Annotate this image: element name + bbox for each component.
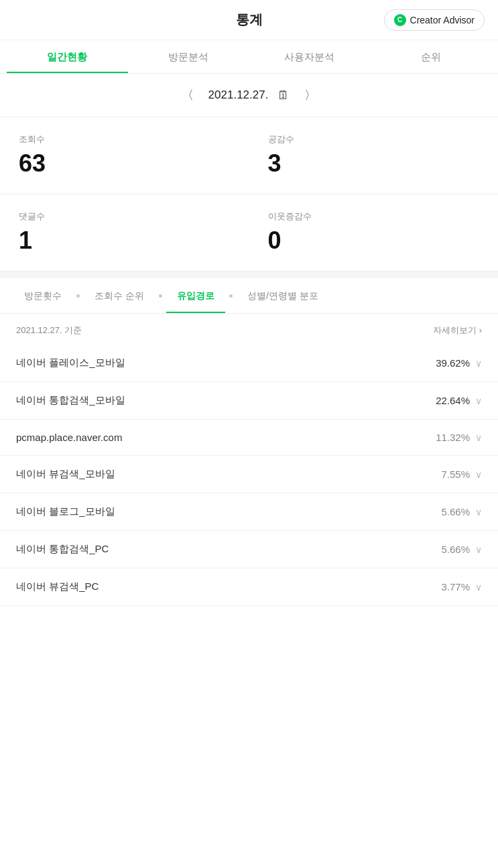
next-date-button[interactable]: 〉 xyxy=(299,86,322,105)
list-item: 네이버 통합검색_모바일 22.64% ∨ xyxy=(0,382,498,420)
stat-likes: 공감수 3 xyxy=(249,117,499,194)
chevron-down-icon[interactable]: ∨ xyxy=(475,358,482,369)
current-date: 2021.12.27. xyxy=(208,88,269,102)
list-item-label: 네이버 통합검색_모바일 xyxy=(16,394,125,407)
tab-user-analysis[interactable]: 사용자분석 xyxy=(249,40,371,73)
stat-views-label: 조회수 xyxy=(19,133,231,145)
list-item-right: 7.55% ∨ xyxy=(441,469,482,480)
list-item-label: 네이버 뷰검색_PC xyxy=(16,580,99,593)
stat-likes-value: 3 xyxy=(268,149,480,178)
creator-advisor-icon: C xyxy=(394,14,406,26)
tab-dot-3 xyxy=(229,294,233,298)
stat-views: 조회수 63 xyxy=(0,117,249,194)
list-item-value: 39.62% xyxy=(436,357,470,369)
list-item: 네이버 뷰검색_모바일 7.55% ∨ xyxy=(0,456,498,493)
tab-daily[interactable]: 일간현황 xyxy=(7,40,128,73)
creator-advisor-button[interactable]: C Creator Advisor xyxy=(384,9,485,31)
list-item-value: 5.66% xyxy=(441,544,470,555)
stat-comments-value: 1 xyxy=(19,227,231,255)
stat-neighbors: 이웃증감수 0 xyxy=(249,194,499,271)
header: 통계 C Creator Advisor xyxy=(0,0,498,40)
list-header: 2021.12.27. 기준 자세히보기 › xyxy=(0,314,498,345)
stat-views-value: 63 xyxy=(19,149,231,178)
chevron-down-icon[interactable]: ∨ xyxy=(475,507,482,517)
tab-dot-1 xyxy=(76,294,80,298)
sub-tab-inflow[interactable]: 유입경로 xyxy=(166,278,225,313)
chevron-down-icon[interactable]: ∨ xyxy=(475,469,482,480)
chevron-down-icon[interactable]: ∨ xyxy=(475,544,482,555)
list-item-value: 7.55% xyxy=(441,469,470,480)
list-item-value: 11.32% xyxy=(436,432,470,443)
list-item-label: 네이버 플레이스_모바일 xyxy=(16,357,125,369)
list-item-value: 3.77% xyxy=(441,581,470,593)
stat-comments-label: 댓글수 xyxy=(19,210,231,223)
main-tabs: 일간현황 방문분석 사용자분석 순위 xyxy=(0,40,498,74)
stat-likes-label: 공감수 xyxy=(268,133,480,145)
sub-tab-visit-count[interactable]: 방문횟수 xyxy=(13,278,72,313)
list-item: 네이버 플레이스_모바일 39.62% ∨ xyxy=(0,345,498,382)
list-item-label: 네이버 뷰검색_모바일 xyxy=(16,468,115,481)
sub-tab-gender-age[interactable]: 성별/연령별 분포 xyxy=(237,278,329,313)
list-item-right: 22.64% ∨ xyxy=(436,395,482,406)
stat-neighbors-label: 이웃증감수 xyxy=(268,210,480,223)
tab-visit-analysis[interactable]: 방문분석 xyxy=(128,40,249,73)
tab-dot-2 xyxy=(159,294,162,298)
list-item-label: 네이버 통합검색_PC xyxy=(16,543,109,556)
creator-advisor-label: Creator Advisor xyxy=(410,15,475,25)
chevron-down-icon[interactable]: ∨ xyxy=(475,582,482,593)
list-item-right: 3.77% ∨ xyxy=(441,581,482,593)
list-item: 네이버 뷰검색_PC 3.77% ∨ xyxy=(0,568,498,606)
calendar-icon[interactable]: 🗓 xyxy=(277,88,290,103)
list-item: 네이버 블로그_모바일 5.66% ∨ xyxy=(0,493,498,531)
sub-tab-views-ranking[interactable]: 조회수 순위 xyxy=(84,278,155,313)
date-navigation: 〈 2021.12.27. 🗓 〉 xyxy=(0,74,498,117)
list-item-right: 39.62% ∨ xyxy=(436,357,482,369)
stat-neighbors-value: 0 xyxy=(268,227,480,255)
chevron-down-icon[interactable]: ∨ xyxy=(475,395,482,406)
stat-comments: 댓글수 1 xyxy=(0,194,249,271)
prev-date-button[interactable]: 〈 xyxy=(176,86,199,105)
list-item-label: pcmap.place.naver.com xyxy=(16,432,122,443)
list-item-right: 5.66% ∨ xyxy=(441,506,482,517)
list-item-label: 네이버 블로그_모바일 xyxy=(16,505,115,518)
detail-link[interactable]: 자세히보기 › xyxy=(433,324,482,336)
section-separator xyxy=(0,271,498,278)
list-item: pcmap.place.naver.com 11.32% ∨ xyxy=(0,420,498,456)
list-item-right: 11.32% ∨ xyxy=(436,432,482,443)
page-title: 통계 xyxy=(236,11,263,29)
tab-ranking[interactable]: 순위 xyxy=(370,40,491,73)
list-item-right: 5.66% ∨ xyxy=(441,544,482,555)
list-item-value: 5.66% xyxy=(441,506,470,517)
chevron-down-icon[interactable]: ∨ xyxy=(475,432,482,443)
list-item: 네이버 통합검색_PC 5.66% ∨ xyxy=(0,531,498,568)
list-section: 2021.12.27. 기준 자세히보기 › 네이버 플레이스_모바일 39.6… xyxy=(0,314,498,606)
list-item-value: 22.64% xyxy=(436,395,470,406)
stats-grid: 조회수 63 공감수 3 댓글수 1 이웃증감수 0 xyxy=(0,117,498,271)
list-date: 2021.12.27. 기준 xyxy=(16,324,82,336)
sub-tabs: 방문횟수 조회수 순위 유입경로 성별/연령별 분포 xyxy=(0,278,498,314)
